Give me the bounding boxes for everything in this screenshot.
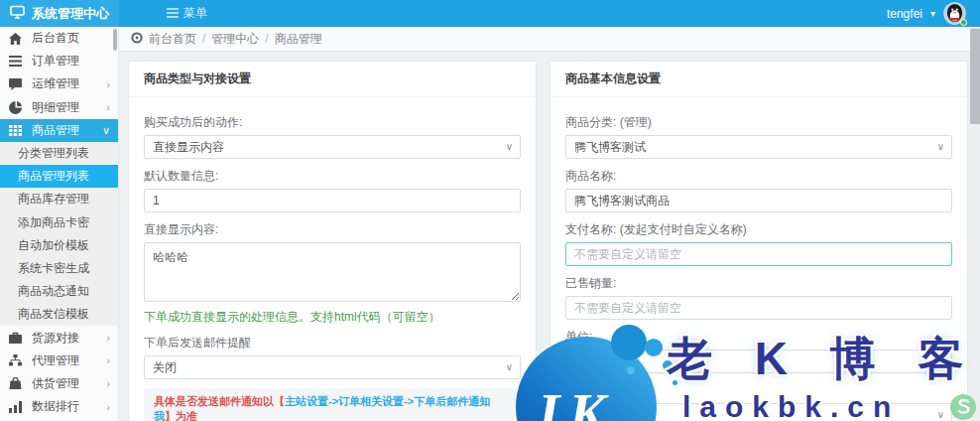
sidebar-item-goods-list[interactable]: 商品管理列表: [0, 165, 118, 188]
panel-title: 商品类型与对接设置: [129, 62, 536, 97]
markup-label: 加价模板: (管理): [565, 382, 952, 399]
name-label: 商品名称:: [565, 168, 952, 185]
sidebar-scrollbar-thumb[interactable]: [113, 29, 117, 51]
category-select[interactable]: 腾飞博客测试 ∨: [565, 135, 952, 159]
chevron-down-icon: ∨: [937, 404, 944, 421]
sidebar-item-goods[interactable]: 商品管理 ∨: [0, 119, 118, 142]
sidebar-item-ops[interactable]: 运维管理 ›: [0, 72, 118, 95]
home-icon: [9, 33, 23, 45]
sidebar-item-mail-template[interactable]: 商品发信模板: [0, 303, 118, 326]
username: tengfei: [887, 7, 922, 21]
sitemap-icon: [9, 354, 23, 366]
user-menu[interactable]: tengfei ▾: [887, 2, 980, 25]
topbar: 系统管理中心 菜单 tengfei ▾: [0, 0, 980, 27]
shopping-bag-icon: [9, 377, 23, 389]
breadcrumb-item-section[interactable]: 管理中心: [211, 31, 259, 48]
breadcrumb: 前台首页 / 管理中心 / 商品管理: [119, 27, 980, 52]
sidebar-item-auto-markup[interactable]: 自动加价模板: [0, 234, 118, 257]
sidebar-item-supply-dock[interactable]: 货源对接 ›: [0, 326, 118, 349]
chevron-right-icon: ›: [106, 401, 110, 413]
sidebar-item-card-generate[interactable]: 系统卡密生成: [0, 257, 118, 280]
unit-label: 单位:: [565, 329, 952, 346]
sidebar: 后台首页 订单管理 运维管理 › 明细管理 › 商品管理 ∨ 分类管理列表 商品…: [0, 27, 119, 421]
sidebar-item-dynamic-notice[interactable]: 商品动态通知: [0, 280, 118, 303]
main-scrollbar-thumb[interactable]: [970, 29, 980, 124]
sidebar-item-data-rank[interactable]: 数据排行 ›: [0, 395, 118, 418]
sidebar-item-supplier[interactable]: 供货管理 ›: [0, 372, 118, 395]
sidebar-item-category-list[interactable]: 分类管理列表: [0, 142, 118, 165]
markup-select[interactable]: ∨: [565, 403, 952, 421]
mail-label: 下单后发送邮件提醒: [144, 335, 521, 351]
breadcrumb-separator: /: [265, 32, 268, 46]
breadcrumb-item-home[interactable]: 前台首页: [149, 31, 196, 48]
mail-notice-alert: 具体是否发送邮件通知以【主站设置->订单相关设置->下单后邮件通知我】为准: [144, 388, 521, 421]
monitor-icon: [10, 5, 25, 22]
chevron-down-icon: ∨: [102, 124, 110, 137]
breadcrumb-separator: /: [202, 32, 205, 46]
online-status-dot: [960, 19, 967, 26]
briefcase-icon: [9, 332, 23, 344]
grid-icon: [9, 125, 23, 136]
qty-label: 默认数量信息:: [144, 168, 521, 185]
chevron-right-icon: ›: [106, 332, 110, 344]
category-label: 商品分类: (管理): [565, 114, 952, 131]
swirl-icon: [955, 398, 971, 416]
comment-icon: [9, 78, 23, 90]
sidebar-item-orders[interactable]: 订单管理: [0, 50, 118, 72]
chevron-right-icon: ›: [106, 78, 110, 90]
chevron-down-icon: ∨: [506, 136, 513, 158]
app-title: 系统管理中心: [32, 5, 109, 23]
panel-title: 商品基本信息设置: [551, 62, 967, 97]
sidebar-item-add-card[interactable]: 添加商品卡密: [0, 211, 118, 234]
menu-toggle[interactable]: 菜单: [167, 5, 207, 22]
panel-type-settings: 商品类型与对接设置 购买成功后的动作: 直接显示内容 ∨ 默认数量信息: 直接显…: [129, 62, 536, 421]
list-icon: [9, 56, 23, 67]
content-hint: 下单成功直接显示的处理信息。支持html代码（可留空）: [144, 309, 521, 326]
panel-basic-info: 商品基本信息设置 商品分类: (管理) 腾飞博客测试 ∨ 商品名称: 支付名称:…: [551, 62, 967, 421]
main-scrollbar[interactable]: [970, 27, 980, 421]
unit-input[interactable]: [565, 350, 952, 373]
chevron-right-icon: ›: [106, 354, 110, 366]
chevron-right-icon: ›: [106, 377, 110, 389]
app-window: 系统管理中心 菜单 tengfei ▾: [0, 0, 980, 421]
app-logo[interactable]: 系统管理中心: [0, 0, 119, 27]
sidebar-item-home[interactable]: 后台首页: [0, 27, 118, 50]
content-textarea[interactable]: 哈哈哈: [144, 242, 521, 302]
hamburger-icon: [167, 7, 179, 21]
payname-label: 支付名称: (发起支付时自定义名称): [565, 221, 952, 238]
chevron-right-icon: ›: [106, 101, 110, 113]
sidebar-item-stock[interactable]: 商品库存管理: [0, 188, 118, 210]
main-content: 前台首页 / 管理中心 / 商品管理 商品类型与对接设置 购买成功后的动作: 直…: [119, 27, 980, 421]
avatar: [943, 2, 966, 25]
content-label: 直接显示内容:: [144, 221, 521, 238]
chevron-down-icon: ∨: [937, 136, 944, 158]
chat-float-button[interactable]: [950, 394, 976, 420]
breadcrumb-home-icon: [131, 32, 143, 47]
sales-label: 已售销量:: [565, 275, 952, 292]
breadcrumb-item-page: 商品管理: [275, 31, 322, 48]
mail-select[interactable]: 关闭 ∨: [144, 355, 521, 379]
pie-chart-icon: [9, 101, 23, 114]
qty-input[interactable]: [144, 189, 521, 212]
sidebar-item-agent[interactable]: 代理管理 ›: [0, 350, 118, 372]
menu-label: 菜单: [184, 5, 207, 22]
bar-chart-icon: [9, 401, 23, 413]
action-label: 购买成功后的动作:: [144, 114, 521, 131]
goods-name-input[interactable]: [565, 189, 952, 212]
caret-down-icon: ▾: [930, 8, 935, 19]
chevron-down-icon: ∨: [506, 356, 513, 378]
pay-name-input[interactable]: [565, 242, 952, 266]
sidebar-item-details[interactable]: 明细管理 ›: [0, 96, 118, 119]
sales-input[interactable]: [565, 296, 952, 320]
action-select[interactable]: 直接显示内容 ∨: [144, 135, 521, 159]
